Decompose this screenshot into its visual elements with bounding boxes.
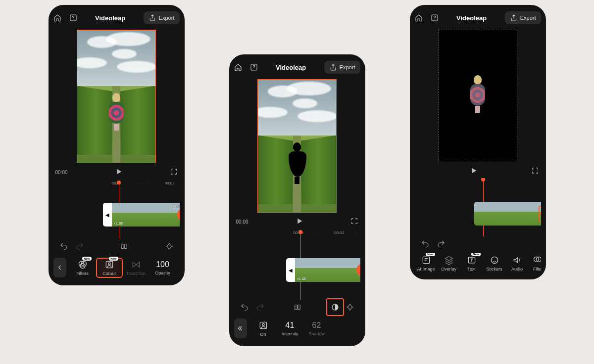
tool-on[interactable]: On: [251, 320, 276, 337]
time-label: 00:00: [236, 219, 248, 225]
back-button[interactable]: [53, 258, 66, 277]
clip-handle-left[interactable]: ◀: [103, 203, 112, 227]
video-preview[interactable]: [77, 30, 156, 163]
phone-screen-3: Videoleap Export + New AI Im: [410, 5, 546, 279]
mid-toolbar: [234, 300, 360, 317]
play-button[interactable]: [295, 217, 304, 227]
preview-area: [53, 28, 180, 163]
trim-icon[interactable]: [293, 303, 302, 314]
timeline[interactable]: +: [415, 178, 541, 236]
svg-rect-11: [295, 305, 297, 310]
export-button[interactable]: Export: [324, 61, 360, 74]
svg-point-10: [253, 69, 254, 69]
clip-handle-left[interactable]: ◀: [286, 258, 295, 282]
app-title: Videoleap: [439, 14, 505, 22]
bottom-toolbar: New Filters New Cutout Transition 100 Op…: [53, 256, 180, 280]
tool-ai-image[interactable]: New AI Image: [415, 255, 438, 272]
top-bar: Videoleap Export: [415, 8, 541, 28]
fullscreen-button[interactable]: [170, 168, 178, 177]
mask-toggle[interactable]: [331, 303, 340, 314]
tool-filters[interactable]: New Filters: [70, 260, 95, 276]
tool-text[interactable]: New Text: [460, 255, 483, 272]
clip-speed: x1.00: [114, 221, 124, 226]
undo-button[interactable]: [421, 239, 430, 250]
phone-screen-1: Videoleap Export 00:00 00:00 · · · 00:02…: [49, 5, 185, 285]
timeline[interactable]: 00:00· · 00:02· · 00:04 ◀ x1.00 +: [234, 228, 360, 300]
transport-bar: 00:00: [53, 163, 180, 179]
tool-filter[interactable]: Filte: [529, 255, 541, 272]
keyframe-button[interactable]: [165, 242, 174, 253]
play-button[interactable]: [114, 167, 123, 177]
top-bar: Videoleap Export: [53, 8, 180, 28]
app-title: Videoleap: [258, 64, 324, 71]
bottom-toolbar: On 41 Intensity 62 Shadow: [234, 317, 360, 341]
svg-point-1: [73, 19, 73, 20]
mid-toolbar: [415, 236, 541, 253]
top-bar: Videoleap Export: [234, 57, 360, 77]
clip-speed: x1.00: [297, 276, 307, 281]
mid-toolbar: [53, 239, 180, 256]
clip[interactable]: +: [474, 202, 541, 226]
svg-rect-2: [122, 244, 124, 249]
svg-point-15: [262, 323, 264, 325]
tool-opacity[interactable]: 100 Opacity: [150, 260, 175, 275]
export-button[interactable]: Export: [144, 11, 180, 24]
video-preview[interactable]: [257, 79, 337, 213]
fullscreen-button[interactable]: [350, 217, 358, 226]
tool-overlay[interactable]: Overlay: [438, 255, 460, 272]
svg-point-17: [434, 19, 435, 20]
redo-button[interactable]: [256, 303, 265, 314]
time-label: 00:00: [55, 170, 68, 175]
svg-rect-3: [125, 244, 127, 249]
undo-button[interactable]: [240, 303, 249, 314]
home-icon[interactable]: [53, 14, 61, 22]
highlight-mask: [326, 298, 344, 316]
share-icon: [148, 14, 156, 22]
phone-screen-2: Videoleap Export 00:00 00:00· · 00:02· ·…: [229, 54, 365, 346]
tool-shadow[interactable]: 62 Shadow: [304, 321, 329, 336]
clip-end-time: 00:05: [173, 204, 179, 208]
tool-cutout[interactable]: New Cutout: [97, 260, 122, 276]
help-icon[interactable]: [431, 14, 439, 22]
export-button[interactable]: Export: [505, 11, 541, 24]
tool-audio[interactable]: Audio: [506, 255, 529, 272]
tool-stickers[interactable]: Stickers: [483, 255, 506, 272]
clip[interactable]: ◀ x1.00 00:05 +: [103, 203, 180, 227]
help-icon[interactable]: [250, 63, 258, 71]
app-title: Videoleap: [77, 14, 144, 22]
video-preview[interactable]: [438, 30, 517, 162]
home-icon[interactable]: [415, 14, 423, 22]
play-button[interactable]: [469, 166, 478, 176]
tool-intensity[interactable]: 41 Intensity: [278, 321, 302, 336]
fullscreen-button[interactable]: [531, 167, 539, 176]
undo-button[interactable]: [59, 242, 68, 253]
svg-point-8: [108, 263, 110, 265]
clip[interactable]: ◀ x1.00 +: [286, 258, 360, 282]
svg-rect-12: [298, 305, 300, 310]
tool-adjust[interactable]: New Adju: [177, 260, 180, 276]
redo-button[interactable]: [437, 239, 446, 250]
help-icon[interactable]: [69, 14, 77, 22]
share-icon: [329, 63, 337, 71]
bottom-toolbar: New AI Image Overlay New Text Stickers A…: [415, 253, 541, 274]
trim-icon[interactable]: [120, 242, 129, 253]
keyframe-button[interactable]: [346, 303, 354, 314]
tool-transition[interactable]: Transition: [124, 260, 148, 276]
redo-button[interactable]: [75, 242, 84, 253]
home-icon[interactable]: [234, 63, 242, 71]
timeline[interactable]: 00:00 · · · 00:02 · · · ◀ x1.00 00:05 +: [53, 179, 180, 239]
back-button[interactable]: [234, 318, 247, 338]
share-icon: [510, 14, 518, 22]
